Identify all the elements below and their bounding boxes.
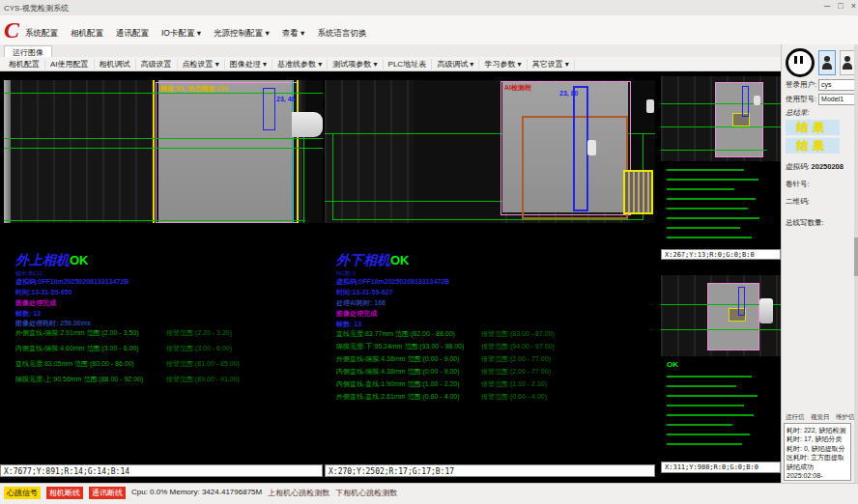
menu-language-switch[interactable]: 系统语言切换 — [317, 28, 366, 40]
roi-rect-blue — [263, 88, 275, 130]
frames-line: 帧数: 13 — [336, 320, 361, 329]
mark-blue — [742, 86, 749, 117]
right-control-panel: 登录用户: cys 使用型号: Model1 总结果: 结果 结果 虚拟码: 2… — [781, 44, 858, 483]
tool-test-params[interactable]: 测试项参数 ▾ — [328, 59, 383, 70]
virtual-code-label: 虚拟码: — [786, 162, 810, 172]
operator-button[interactable] — [840, 50, 855, 75]
process-line: 图像处理完成 — [15, 298, 56, 308]
alarm-range: 报警范围:(81.00 - 85.00) — [166, 359, 240, 369]
user-icon — [821, 55, 833, 70]
menu-view[interactable]: 查看 ▾ — [282, 28, 305, 40]
thumb2-coord-bar: X:311;Y:980;R:0;G:0;B:0 — [661, 462, 781, 473]
login-user-field[interactable]: cys — [818, 79, 857, 91]
window-title: CYS-视觉检测系统 — [4, 3, 69, 14]
thumbnail-view-1[interactable] — [661, 72, 781, 249]
measure-row: 外侧直线-隔膜:4.38mm 范围:(0.00 - 9.00) — [336, 354, 460, 364]
measure-row: 外侧直线-直线:2.61mm 范围:(0.60 - 4.00) — [336, 392, 460, 402]
tool-advanced-debug[interactable]: 高级调试 ▾ — [432, 59, 479, 70]
thumb-ok-label: OK — [667, 360, 678, 369]
result-ok: OK — [390, 253, 410, 267]
measure-row: 直线宽度:83.77mm 范围:(82.00 - 88.00) — [336, 329, 455, 339]
model-label: 使用型号: — [786, 95, 816, 104]
roi-rect-blue — [573, 86, 588, 211]
lower-camera-heartbeat-text: 下相机心跳检测数 — [335, 487, 397, 498]
guide-line-yellow-left — [153, 80, 155, 223]
ai-time-line: 处理AI耗时: 166 — [336, 298, 386, 308]
alarm-range: 报警范围:(83.00 - 87.00) — [481, 329, 555, 339]
menu-light-config[interactable]: 光源控制配置 ▾ — [214, 28, 270, 40]
left-camera-view[interactable]: 阈值:93, 动态阈值:100 23, 46 外上相机OK 输出:BC11 虚拟… — [4, 72, 323, 464]
camera-name: 外上相机 — [15, 252, 70, 267]
virtual-code-value: 20250208 — [812, 162, 844, 172]
threshold-label: 阈值:93, 动态阈值:100 — [160, 84, 228, 94]
frames-line: 帧数: 13 — [15, 309, 41, 319]
tool-camera-config[interactable]: 相机配置 — [4, 59, 45, 70]
alarm-range: 报警范围:(2.00 - 77.00) — [481, 354, 551, 364]
tool-other-settings[interactable]: 其它设置 ▾ — [528, 59, 575, 70]
close-button[interactable]: × — [851, 1, 856, 11]
result-ok: OK — [70, 253, 89, 267]
minimize-button[interactable]: ─ — [824, 1, 830, 11]
measure-row: 直线宽度:83.05mm 范围:(80.00 - 86.00) — [15, 359, 134, 369]
connector-part — [292, 112, 323, 137]
log-textbox[interactable]: 耗时: 222, 缺陷检测耗时: 17, 缺陷分类耗时: 0, 缺陷提取分区耗时… — [784, 423, 851, 481]
process-line: 图像处理完成 — [336, 309, 377, 319]
alarm-range: 报警范围:(2.00 - 77.00) — [481, 367, 551, 377]
defect-rect-yellow — [623, 170, 653, 214]
center-coord-bar: X:270;Y:2502;R:17;G:17;B:17 — [325, 464, 655, 477]
alarm-range: 报警范围:(0.60 - 4.00) — [481, 392, 547, 402]
thumbnail-view-2[interactable]: OK — [661, 260, 781, 462]
menu-comm-config[interactable]: 通讯配置 — [116, 28, 149, 40]
bus-write-count-label: 总线写数量: — [786, 218, 824, 228]
alarm-range: 报警范围:(1.10 - 2.10) — [481, 379, 547, 389]
pin-number-label: 卷针号: — [786, 180, 810, 189]
login-user-button[interactable] — [818, 50, 836, 75]
qr-code-label: 二维码: — [786, 197, 810, 207]
app-window: { "window": {"title": "CYS-视觉检测系统", "min… — [0, 0, 858, 504]
guide-line-yellow-right — [297, 80, 299, 223]
ai-detect-label: AI检测框 — [504, 83, 531, 93]
heartbeat-badge: 心跳信号 — [4, 487, 41, 499]
tool-image-processing[interactable]: 图像处理 ▾ — [225, 59, 272, 70]
tool-spot-check[interactable]: 点检设置 ▾ — [178, 59, 225, 70]
panel-scrollbar[interactable] — [854, 44, 858, 483]
tab-bar: 运行图像 — [0, 44, 858, 58]
title-bar: CYS-视觉检测系统 ─ □ × — [0, 0, 858, 16]
maximize-button[interactable]: □ — [838, 1, 843, 11]
model-field[interactable]: Model1 — [818, 94, 857, 105]
left-camera-image: 阈值:93, 动态阈值:100 23, 46 — [4, 80, 323, 223]
menu-system-config[interactable]: 系统配置 — [25, 28, 58, 40]
roi-label: 23, 80 — [559, 90, 578, 97]
upper-camera-heartbeat-text: 上相机心跳检测数 — [268, 487, 329, 498]
alarm-range: 报警范围:(2.20 - 3.20) — [166, 328, 232, 338]
left-coord-bar: X:7677;Y:891;R:14;G:14;B:14 — [0, 464, 323, 477]
pause-button[interactable] — [786, 48, 815, 77]
bright-feature — [646, 99, 654, 113]
tool-learning-params[interactable]: 学习参数 ▾ — [479, 59, 527, 70]
elapsed-line: 图像处理耗时: 256.00ms — [15, 319, 91, 328]
menu-camera-config[interactable]: 相机配置 — [71, 28, 103, 40]
bright-feature — [759, 298, 773, 323]
tool-plc-address[interactable]: PLC地址表 — [384, 59, 433, 70]
tool-advanced-settings[interactable]: 高级设置 — [136, 59, 178, 70]
mark-blue — [738, 287, 745, 316]
tool-baseline-params[interactable]: 基准线参数 ▾ — [272, 59, 328, 70]
measure-row: 内侧直线-直线:1.90mm 范围:(1.00 - 2.20) — [336, 379, 460, 389]
tool-ai-use-config[interactable]: AI使用配置 — [45, 59, 95, 70]
time-line: 时间:13-31-59-650 — [15, 288, 72, 297]
login-user-label: 登录用户: — [786, 80, 816, 90]
menu-bar: C 系统配置 相机配置 通讯配置 IO卡配置 ▾ 光源控制配置 ▾ 查看 ▾ 系… — [0, 15, 858, 44]
menu-io-config[interactable]: IO卡配置 ▾ — [161, 28, 201, 40]
center-result-block: 外下相机OK NG数:0 — [336, 251, 410, 278]
tool-camera-debug[interactable]: 相机调试 — [95, 59, 136, 70]
alarm-range: 报警范围:(89.00 - 91.00) — [166, 375, 240, 384]
detect-rect-pink — [156, 82, 299, 223]
roi-label: 23, 46 — [276, 96, 295, 102]
measure-row: 外侧直线-隔膜:2.91mm 范围:(2.00 - 3.50) — [15, 328, 139, 338]
camera-offline-badge: 相机断线 — [46, 487, 83, 499]
bright-feature — [587, 140, 596, 155]
camera-name: 外下相机 — [336, 252, 390, 267]
center-camera-view[interactable]: AI检测框 23, 80 外下相机OK NG数:0 虚拟码:0FF1ilm202… — [325, 72, 655, 464]
barcode-line: 虚拟码:0FF1ilm2025020813313472B — [336, 277, 449, 287]
measure-row: 隔膜宽度-上:90.56mm 范围:(88.00 - 92.00) — [15, 375, 143, 384]
